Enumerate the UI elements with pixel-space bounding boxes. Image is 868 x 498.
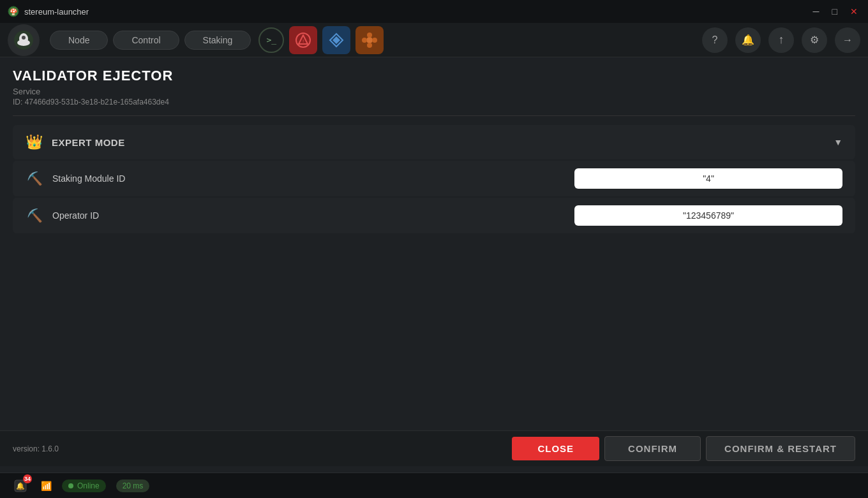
expert-mode-bar[interactable]: 👑 EXPERT MODE ▼ xyxy=(13,125,855,159)
chevron-down-icon: ▼ xyxy=(834,137,842,147)
nav-node-tab[interactable]: Node xyxy=(50,31,108,50)
expert-mode-left: 👑 EXPERT MODE xyxy=(26,134,125,150)
staking-module-id-input[interactable] xyxy=(574,168,842,189)
page-subtitle: Service xyxy=(13,87,855,96)
online-label: Online xyxy=(77,481,100,490)
divider xyxy=(13,115,855,116)
window-close-button[interactable]: ✕ xyxy=(848,6,860,17)
help-button[interactable]: ? xyxy=(702,27,728,53)
confirm-button[interactable]: CONFIRM xyxy=(604,436,701,461)
online-badge: Online xyxy=(62,480,106,492)
topnav: Node Control Staking >_ ! ? 🔔 ↑ xyxy=(0,23,868,57)
question-icon: ? xyxy=(712,34,718,46)
notification-count: 34 xyxy=(23,474,32,483)
svg-point-13 xyxy=(367,43,372,48)
exit-icon: → xyxy=(842,34,853,46)
update-button[interactable]: ↑ xyxy=(768,27,794,53)
logout-button[interactable]: → xyxy=(835,27,860,53)
svg-marker-10 xyxy=(333,36,340,44)
staking-module-icon: ⛏️ xyxy=(26,171,43,186)
notification-button[interactable]: 🔔 xyxy=(735,27,761,53)
terminal-button[interactable]: >_ xyxy=(258,27,284,53)
ms-value: 20 ms xyxy=(123,481,144,490)
icon-orange-button[interactable] xyxy=(355,26,384,54)
staking-module-id-label: Staking Module ID xyxy=(52,173,574,184)
diamond-icon xyxy=(328,32,345,48)
wifi-icon: 📶 xyxy=(41,481,52,491)
main-content: VALIDATOR EJECTOR Service ID: 47466d93-5… xyxy=(0,57,868,472)
bottom-actions: version: 1.6.0 CLOSE CONFIRM CONFIRM & R… xyxy=(0,430,868,466)
upload-icon: ↑ xyxy=(779,33,784,47)
svg-text:!: ! xyxy=(303,38,304,44)
app-icon: 🍄 xyxy=(8,6,19,17)
svg-point-5 xyxy=(22,36,26,40)
titlebar-controls: ─ □ ✕ xyxy=(811,6,860,17)
titlebar-title: stereum-launcher xyxy=(24,7,811,17)
operator-icon: ⛏️ xyxy=(26,208,43,223)
nav-control-tab[interactable]: Control xyxy=(113,31,179,50)
page-title: VALIDATOR EJECTOR xyxy=(13,68,855,84)
flower-icon xyxy=(361,32,378,48)
page-id: ID: 47466d93-531b-3e18-b21e-165afa463de4 xyxy=(13,98,855,106)
ms-badge: 20 ms xyxy=(116,480,150,492)
operator-id-row: ⛏️ Operator ID xyxy=(13,198,855,233)
logo-icon xyxy=(13,30,34,50)
expert-mode-label: EXPERT MODE xyxy=(52,137,125,148)
minimize-button[interactable]: ─ xyxy=(811,6,822,17)
settings-button[interactable]: ⚙ xyxy=(802,27,827,53)
terminal-icon: >_ xyxy=(266,35,276,45)
icon-blue-button[interactable] xyxy=(322,26,350,54)
svg-text:🍄: 🍄 xyxy=(10,8,18,16)
alert-icon: ! xyxy=(295,32,311,48)
gear-icon: ⚙ xyxy=(810,34,819,46)
version-label: version: 1.6.0 xyxy=(13,444,59,453)
titlebar: 🍄 stereum-launcher ─ □ ✕ xyxy=(0,0,868,23)
staking-module-id-row: ⛏️ Staking Module ID xyxy=(13,161,855,196)
statusbar: 🔔 34 📶 Online 20 ms xyxy=(0,472,868,498)
crown-icon: 👑 xyxy=(26,134,43,150)
icon-red-button[interactable]: ! xyxy=(289,26,317,54)
svg-point-12 xyxy=(367,33,372,38)
maximize-button[interactable]: □ xyxy=(830,6,840,17)
operator-id-input[interactable] xyxy=(574,205,842,226)
bell-icon: 🔔 xyxy=(742,34,754,46)
notification-badge[interactable]: 🔔 34 xyxy=(10,476,31,496)
svg-text:🔔: 🔔 xyxy=(16,481,25,490)
logo xyxy=(8,24,40,56)
confirm-restart-button[interactable]: CONFIRM & RESTART xyxy=(706,436,855,461)
svg-point-11 xyxy=(366,37,373,43)
nav-staking-tab[interactable]: Staking xyxy=(184,31,251,50)
close-button[interactable]: CLOSE xyxy=(512,437,599,460)
operator-id-label: Operator ID xyxy=(52,210,574,221)
online-dot xyxy=(68,483,73,488)
svg-point-15 xyxy=(372,38,377,43)
svg-point-14 xyxy=(362,38,367,43)
